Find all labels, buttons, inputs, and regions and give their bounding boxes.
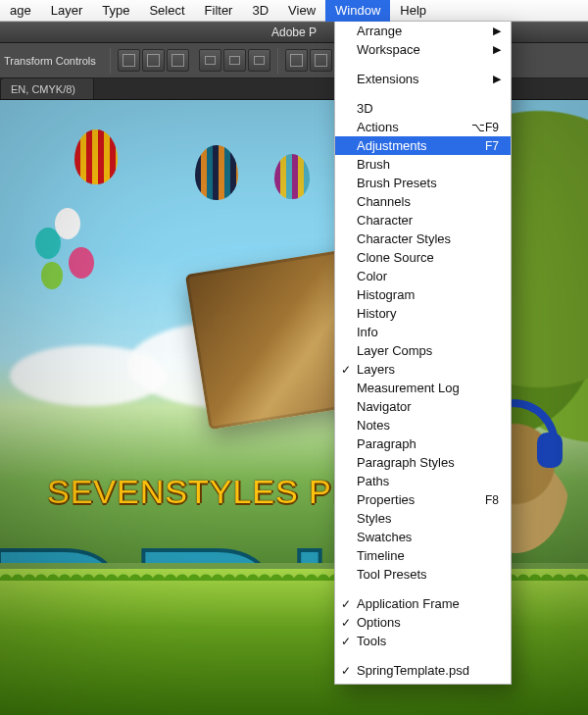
menu-item-label: Histogram — [357, 287, 415, 302]
menu-item-window[interactable]: Window — [325, 0, 390, 22]
menu-item-select[interactable]: Select — [139, 0, 194, 22]
check-icon: ✓ — [341, 664, 351, 678]
menu-item-info[interactable]: Info — [335, 323, 511, 341]
menu-item-label: Tools — [357, 634, 386, 648]
menu-item-timeline[interactable]: Timeline — [335, 546, 511, 565]
menu-item-label: Layers — [357, 362, 395, 377]
menu-item-properties[interactable]: PropertiesF8 — [335, 490, 511, 509]
menu-item-type[interactable]: Type — [92, 0, 139, 22]
document-tab[interactable]: EN, CMYK/8) — [0, 77, 94, 99]
submenu-arrow-icon: ▶ — [493, 25, 501, 37]
submenu-arrow-icon: ▶ — [493, 43, 501, 56]
menu-item-styles[interactable]: Styles — [335, 509, 511, 528]
menu-item-paragraph-styles[interactable]: Paragraph Styles — [335, 453, 511, 472]
menu-item-paths[interactable]: Paths — [335, 472, 511, 490]
menu-item-tool-presets[interactable]: Tool Presets — [335, 565, 511, 584]
menu-item-label: Timeline — [357, 548, 405, 563]
menu-item-character[interactable]: Character — [335, 211, 511, 230]
window-menu-dropdown: Arrange▶Workspace▶Extensions▶3DActions⌥F… — [334, 22, 512, 685]
menu-item-label: History — [357, 306, 396, 321]
menu-item-workspace[interactable]: Workspace▶ — [335, 40, 511, 59]
menu-item-adjustments[interactable]: AdjustmentsF7 — [335, 136, 511, 155]
menu-item-options[interactable]: ✓Options — [335, 613, 511, 632]
menu-item-label: Paths — [357, 474, 389, 488]
toolbar-separator — [110, 48, 111, 74]
menu-item-paragraph[interactable]: Paragraph — [335, 434, 511, 453]
app-title: Adobe P — [271, 26, 317, 39]
menu-item-extensions[interactable]: Extensions▶ — [335, 70, 511, 88]
menu-item-actions[interactable]: Actions⌥F9 — [335, 118, 511, 136]
menu-item-age[interactable]: age — [0, 0, 41, 22]
menu-item-label: Arrange — [357, 24, 402, 38]
menu-item-filter[interactable]: Filter — [195, 0, 243, 22]
distribute-h-button[interactable] — [285, 49, 308, 72]
menu-item-label: Properties — [357, 492, 415, 507]
align-left-button[interactable] — [118, 49, 140, 72]
menu-item-label: Application Frame — [357, 596, 460, 611]
check-icon: ✓ — [341, 635, 351, 648]
menu-item-label: Options — [357, 615, 401, 630]
menu-item-clone-source[interactable]: Clone Source — [335, 248, 511, 267]
menu-item-label: Extensions — [357, 72, 419, 86]
menu-item-channels[interactable]: Channels — [335, 192, 511, 211]
os-menubar: ageLayerTypeSelectFilter3DViewWindowHelp — [0, 0, 588, 22]
menu-item-label: Tool Presets — [357, 567, 427, 582]
align-center-h-button[interactable] — [142, 49, 165, 72]
menu-item-label: SpringTemplate.psd — [357, 663, 469, 678]
align-right-button[interactable] — [167, 49, 189, 72]
menu-separator — [336, 93, 510, 94]
menu-item-shortcut: F7 — [485, 139, 499, 153]
menu-item-label: Color — [357, 269, 387, 283]
menu-item-label: Actions — [357, 120, 399, 134]
menu-item-label: Info — [357, 325, 378, 339]
menu-item-layer[interactable]: Layer — [41, 0, 93, 22]
menu-item-label: Swatches — [357, 530, 412, 544]
menu-item-histogram[interactable]: Histogram — [335, 285, 511, 304]
align-top-button[interactable] — [199, 49, 221, 72]
align-center-v-button[interactable] — [223, 49, 246, 72]
distribute-h2-button[interactable] — [310, 49, 332, 72]
menu-item-swatches[interactable]: Swatches — [335, 528, 511, 546]
menu-item-label: Adjustments — [357, 138, 427, 153]
menu-item-brush-presets[interactable]: Brush Presets — [335, 174, 511, 192]
menu-item-layers[interactable]: ✓Layers — [335, 360, 511, 379]
menu-item-application-frame[interactable]: ✓Application Frame — [335, 594, 511, 613]
check-icon: ✓ — [341, 597, 351, 611]
menu-item-measurement-log[interactable]: Measurement Log — [335, 379, 511, 397]
document-tab-label: EN, CMYK/8) — [11, 83, 75, 95]
menu-item-3d[interactable]: 3D — [335, 99, 511, 118]
menu-item-navigator[interactable]: Navigator — [335, 397, 511, 416]
menu-item-label: Channels — [357, 194, 411, 209]
menu-item-shortcut: ⌥F9 — [471, 121, 499, 134]
menu-item-label: Workspace — [357, 42, 420, 57]
menu-item-label: Paragraph Styles — [357, 455, 455, 470]
menu-separator — [336, 64, 510, 65]
menu-item-history[interactable]: History — [335, 304, 511, 323]
menu-item-label: Navigator — [357, 399, 412, 414]
menu-item-character-styles[interactable]: Character Styles — [335, 230, 511, 248]
menu-item-label: Layer Comps — [357, 343, 432, 358]
menu-item-view[interactable]: View — [278, 0, 325, 22]
menu-item-label: Clone Source — [357, 250, 434, 265]
menu-item-label: Measurement Log — [357, 381, 460, 395]
menu-item-label: Character Styles — [357, 231, 451, 246]
submenu-arrow-icon: ▶ — [493, 73, 501, 85]
menu-item-color[interactable]: Color — [335, 267, 511, 285]
menu-item-arrange[interactable]: Arrange▶ — [335, 22, 511, 40]
menu-item-tools[interactable]: ✓Tools — [335, 632, 511, 650]
menu-item-label: Brush Presets — [357, 176, 437, 190]
menu-item-notes[interactable]: Notes — [335, 416, 511, 434]
toolbar-separator — [277, 48, 278, 74]
menu-item-label: Paragraph — [357, 436, 416, 451]
menu-item-3d[interactable]: 3D — [242, 0, 278, 22]
menu-item-springtemplate-psd[interactable]: ✓SpringTemplate.psd — [335, 661, 511, 680]
align-bottom-button[interactable] — [248, 49, 270, 72]
menu-item-label: Styles — [357, 511, 391, 526]
menu-item-layer-comps[interactable]: Layer Comps — [335, 341, 511, 360]
menu-item-help[interactable]: Help — [390, 0, 436, 22]
menu-item-label: Character — [357, 213, 413, 228]
menu-item-label: Notes — [357, 418, 390, 433]
menu-item-brush[interactable]: Brush — [335, 155, 511, 174]
menu-item-label: 3D — [357, 101, 373, 116]
check-icon: ✓ — [341, 363, 351, 377]
